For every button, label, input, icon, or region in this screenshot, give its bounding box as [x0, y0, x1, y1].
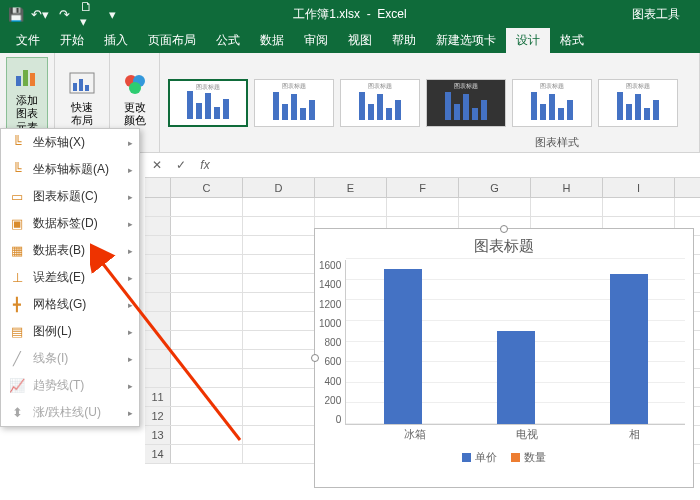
cell[interactable]	[171, 274, 243, 292]
save-icon[interactable]: 💾	[8, 6, 24, 22]
row-header[interactable]	[145, 255, 171, 273]
menu-legend[interactable]: ▤图例(L)▸	[1, 318, 139, 345]
tab-format[interactable]: 格式	[550, 28, 594, 53]
cell[interactable]	[243, 350, 315, 368]
cell[interactable]	[531, 198, 603, 216]
tab-home[interactable]: 开始	[50, 28, 94, 53]
cell[interactable]	[243, 255, 315, 273]
cell[interactable]	[171, 198, 243, 216]
chart-style-6[interactable]: 图表标题	[598, 79, 678, 127]
cell[interactable]	[243, 331, 315, 349]
select-all-corner[interactable]	[145, 178, 171, 197]
redo-icon[interactable]: ↷	[56, 6, 72, 22]
row-header[interactable]	[145, 274, 171, 292]
chart-legend[interactable]: 单价 数量	[315, 442, 693, 465]
cell[interactable]	[171, 369, 243, 387]
chart-style-3[interactable]: 图表标题	[340, 79, 420, 127]
tab-formulas[interactable]: 公式	[206, 28, 250, 53]
cell[interactable]	[171, 350, 243, 368]
cell[interactable]	[243, 274, 315, 292]
chart-style-4[interactable]: 图表标题	[426, 79, 506, 127]
cell[interactable]	[171, 312, 243, 330]
customize-qat-icon[interactable]: 🗋▾	[80, 6, 96, 22]
col-header[interactable]: C	[171, 178, 243, 197]
tab-design[interactable]: 设计	[506, 28, 550, 53]
tab-review[interactable]: 审阅	[294, 28, 338, 53]
cell[interactable]	[171, 255, 243, 273]
tab-help[interactable]: 帮助	[382, 28, 426, 53]
col-header[interactable]: I	[603, 178, 675, 197]
row-header[interactable]: 13	[145, 426, 171, 444]
qat-more-icon[interactable]: ▾	[104, 6, 120, 22]
row-header[interactable]	[145, 331, 171, 349]
cell[interactable]	[243, 369, 315, 387]
fx-icon[interactable]: fx	[193, 158, 217, 172]
menu-chart-title[interactable]: ▭图表标题(C)▸	[1, 183, 139, 210]
tab-new-tab[interactable]: 新建选项卡	[426, 28, 506, 53]
chart-style-2[interactable]: 图表标题	[254, 79, 334, 127]
col-header[interactable]: D	[243, 178, 315, 197]
chart-styles-gallery[interactable]: 图表标题 图表标题 图表标题 图表标题 图表标题 图表标题	[168, 57, 678, 148]
chart-bar[interactable]	[610, 274, 648, 424]
menu-data-labels[interactable]: ▣数据标签(D)▸	[1, 210, 139, 237]
row-header[interactable]	[145, 293, 171, 311]
menu-gridlines[interactable]: ╋网格线(G)▸	[1, 291, 139, 318]
menu-axis-titles[interactable]: ╚坐标轴标题(A)▸	[1, 156, 139, 183]
tab-data[interactable]: 数据	[250, 28, 294, 53]
chart-bar[interactable]	[497, 331, 535, 424]
chart-style-5[interactable]: 图表标题	[512, 79, 592, 127]
cell[interactable]	[171, 331, 243, 349]
row-header[interactable]: 14	[145, 445, 171, 463]
col-header[interactable]: H	[531, 178, 603, 197]
tab-page-layout[interactable]: 页面布局	[138, 28, 206, 53]
row-header[interactable]	[145, 236, 171, 254]
menu-data-table[interactable]: ▦数据表(B)▸	[1, 237, 139, 264]
cell[interactable]	[243, 312, 315, 330]
row-header[interactable]	[145, 217, 171, 235]
col-header[interactable]: F	[387, 178, 459, 197]
formula-input[interactable]	[217, 158, 700, 172]
cell[interactable]	[171, 236, 243, 254]
cell[interactable]	[603, 198, 675, 216]
cell[interactable]	[243, 426, 315, 444]
cell[interactable]	[243, 236, 315, 254]
tab-view[interactable]: 视图	[338, 28, 382, 53]
embedded-chart[interactable]: 图表标题 16001400120010008006004002000 冰箱电视相…	[314, 228, 694, 488]
chart-style-1[interactable]: 图表标题	[168, 79, 248, 127]
chart-bar[interactable]	[384, 269, 422, 424]
chart-title[interactable]: 图表标题	[315, 229, 693, 260]
tab-insert[interactable]: 插入	[94, 28, 138, 53]
cell[interactable]	[171, 217, 243, 235]
cell[interactable]	[243, 198, 315, 216]
tab-file[interactable]: 文件	[6, 28, 50, 53]
cell[interactable]	[243, 388, 315, 406]
cancel-formula-icon[interactable]: ✕	[145, 158, 169, 172]
cell[interactable]	[459, 198, 531, 216]
row-header[interactable]: 11	[145, 388, 171, 406]
cell[interactable]	[171, 426, 243, 444]
cell[interactable]	[315, 198, 387, 216]
resize-handle-top[interactable]	[500, 225, 508, 233]
cell[interactable]	[171, 388, 243, 406]
undo-icon[interactable]: ↶▾	[32, 6, 48, 22]
cell[interactable]	[243, 217, 315, 235]
col-header[interactable]: E	[315, 178, 387, 197]
col-header[interactable]: G	[459, 178, 531, 197]
cell[interactable]	[171, 407, 243, 425]
cell[interactable]	[387, 198, 459, 216]
cell[interactable]	[243, 293, 315, 311]
resize-handle-left[interactable]	[311, 354, 319, 362]
accept-formula-icon[interactable]: ✓	[169, 158, 193, 172]
row-header[interactable]	[145, 312, 171, 330]
menu-error-bars[interactable]: ⊥误差线(E)▸	[1, 264, 139, 291]
row-header[interactable]	[145, 198, 171, 216]
cell[interactable]	[243, 407, 315, 425]
plot-area[interactable]	[345, 260, 685, 425]
cell[interactable]	[171, 293, 243, 311]
cell[interactable]	[243, 445, 315, 463]
row-header[interactable]: 12	[145, 407, 171, 425]
row-header[interactable]	[145, 350, 171, 368]
cell[interactable]	[171, 445, 243, 463]
row-header[interactable]	[145, 369, 171, 387]
menu-axes[interactable]: ╚坐标轴(X)▸	[1, 129, 139, 156]
